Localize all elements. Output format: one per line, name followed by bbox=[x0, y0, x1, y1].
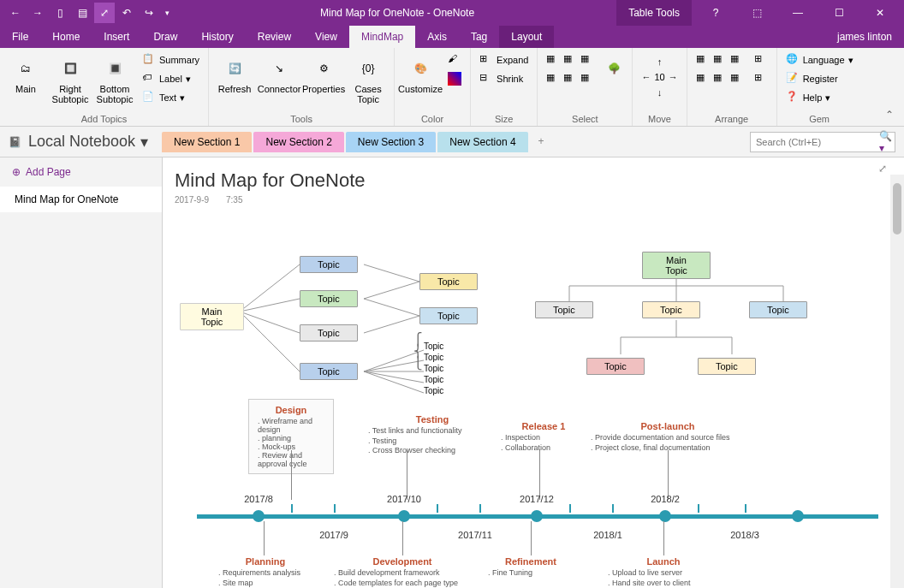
phase-planning: Planning Requirements analysisSite mapCo… bbox=[218, 556, 312, 588]
move-down-button[interactable]: ↓ bbox=[654, 86, 666, 99]
node-topic[interactable]: Topic bbox=[300, 256, 358, 273]
node-topic[interactable]: Topic bbox=[300, 324, 358, 342]
arrange-1[interactable]: ▦▦▦ bbox=[693, 51, 747, 68]
group-size: Size bbox=[476, 112, 532, 124]
page-icon[interactable]: ▤ bbox=[72, 3, 92, 23]
main-topic-button[interactable]: 🗂Main bbox=[5, 51, 46, 98]
node-topic[interactable]: Topic bbox=[535, 301, 593, 318]
close-button[interactable]: ✕ bbox=[863, 0, 897, 26]
node-topic[interactable]: Topic bbox=[419, 307, 478, 324]
search-box[interactable]: 🔍▾ bbox=[750, 132, 895, 152]
menu-view[interactable]: View bbox=[303, 26, 349, 48]
section-tabs: New Section 1 New Section 2 New Section … bbox=[162, 132, 553, 152]
page-title[interactable]: Mind Map for OneNote bbox=[163, 157, 904, 193]
arrange-2[interactable]: ▦▦▦ bbox=[693, 70, 747, 87]
menu-insert[interactable]: Insert bbox=[92, 26, 141, 48]
node-topic[interactable]: Topic bbox=[419, 273, 478, 290]
fit-icon[interactable]: ⤢ bbox=[94, 3, 115, 23]
scroll-thumb[interactable] bbox=[893, 183, 901, 235]
send-icon[interactable]: ↪ bbox=[139, 3, 159, 23]
cases-topic-button[interactable]: {0}Cases Topic bbox=[348, 51, 389, 108]
language-button[interactable]: 🌐Language ▾ bbox=[782, 51, 857, 68]
node-main-1[interactable]: Main Topic bbox=[180, 303, 244, 330]
section-tab-4[interactable]: New Section 4 bbox=[437, 132, 527, 152]
menu-home[interactable]: Home bbox=[40, 26, 92, 48]
back-icon[interactable]: ← bbox=[5, 3, 26, 23]
tl-month: 2017/10 bbox=[387, 494, 421, 504]
label-button[interactable]: 🏷Label ▾ bbox=[139, 70, 203, 87]
qat-dropdown-icon[interactable]: ▾ bbox=[161, 3, 173, 23]
group-gem: Gem bbox=[782, 112, 857, 124]
bracket-topics: TopicTopicTopicTopicTopic bbox=[424, 341, 443, 396]
search-input[interactable] bbox=[751, 137, 879, 147]
page-canvas[interactable]: ⤢ Mind Map for OneNote 2017-9-97:35 Main… bbox=[163, 157, 904, 588]
arrange-4[interactable]: ⊞ bbox=[751, 70, 771, 87]
text-button[interactable]: 📄Text ▾ bbox=[139, 89, 203, 106]
refresh-button[interactable]: 🔄Refresh bbox=[214, 51, 255, 98]
section-tab-1[interactable]: New Section 1 bbox=[162, 132, 252, 152]
node-topic[interactable]: Topic bbox=[749, 301, 807, 318]
register-button[interactable]: 📝Register bbox=[782, 70, 857, 87]
menu-layout[interactable]: Layout bbox=[499, 26, 554, 48]
user-label[interactable]: james linton bbox=[825, 31, 904, 43]
menu-axis[interactable]: Axis bbox=[415, 26, 459, 48]
tl-month: 2018/3 bbox=[730, 530, 759, 540]
expand-button[interactable]: ⊞Expand bbox=[476, 51, 532, 68]
section-tab-2[interactable]: New Section 2 bbox=[253, 132, 343, 152]
node-topic[interactable]: Topic bbox=[300, 363, 358, 380]
right-subtopic-button[interactable]: 🔲Right Subtopic bbox=[50, 51, 91, 108]
timeline-dot bbox=[659, 510, 671, 522]
undo-icon[interactable]: ↶ bbox=[116, 3, 137, 23]
minimize-button[interactable]: — bbox=[781, 0, 815, 26]
menu-file[interactable]: File bbox=[0, 26, 40, 48]
node-main-2[interactable]: Main Topic bbox=[642, 252, 711, 279]
window-title: Mind Map for OneNote - OneNote bbox=[178, 7, 616, 19]
customize-icon: 🎨 bbox=[407, 55, 434, 82]
select-grid-1[interactable]: ▦▦▦ bbox=[543, 51, 598, 68]
select-tree-button[interactable]: 🌳 bbox=[601, 51, 627, 86]
connector-button[interactable]: ↘Connector bbox=[259, 51, 300, 98]
node-topic[interactable]: Topic bbox=[300, 290, 358, 307]
help-button[interactable]: ? bbox=[699, 0, 733, 26]
bottom-subtopic-button[interactable]: 🔳Bottom Subtopic bbox=[94, 51, 135, 108]
color-picker-button[interactable] bbox=[444, 70, 465, 87]
shrink-button[interactable]: ⊟Shrink bbox=[476, 70, 532, 87]
maximize-button[interactable]: ☐ bbox=[822, 0, 856, 26]
menu-history[interactable]: History bbox=[189, 26, 245, 48]
menu-draw[interactable]: Draw bbox=[141, 26, 189, 48]
menu-tag[interactable]: Tag bbox=[459, 26, 499, 48]
menu-review[interactable]: Review bbox=[246, 26, 303, 48]
notebook-dropdown[interactable]: Local Notebook ▾ bbox=[28, 133, 148, 151]
vertical-scrollbar[interactable] bbox=[890, 175, 904, 588]
brush-button[interactable]: 🖌 bbox=[444, 51, 465, 68]
phase-refinement: Refinement Fine Tuning bbox=[488, 556, 574, 579]
node-topic[interactable]: Topic bbox=[698, 358, 756, 375]
summary-button[interactable]: 📋Summary bbox=[139, 51, 203, 68]
section-tab-3[interactable]: New Section 3 bbox=[346, 132, 436, 152]
properties-button[interactable]: ⚙Properties bbox=[303, 51, 344, 98]
move-left-button[interactable]: ← bbox=[641, 72, 651, 82]
move-right-button[interactable]: → bbox=[669, 72, 678, 82]
select-grid-2[interactable]: ▦▦▦ bbox=[543, 70, 598, 87]
forward-icon[interactable]: → bbox=[27, 3, 48, 23]
collapse-ribbon-icon[interactable]: ⌃ bbox=[885, 109, 899, 122]
page-item-1[interactable]: Mind Map for OneNote bbox=[0, 187, 162, 212]
page-sidebar: ⊕Add Page Mind Map for OneNote bbox=[0, 157, 163, 588]
dock-icon[interactable]: ▯ bbox=[50, 3, 70, 23]
help-button-ribbon[interactable]: ❓Help ▾ bbox=[782, 89, 857, 106]
node-topic[interactable]: Topic bbox=[642, 301, 700, 318]
search-icon[interactable]: 🔍▾ bbox=[879, 130, 895, 154]
phase-development: Development Build development frameworkC… bbox=[334, 556, 471, 588]
move-up-button[interactable]: ↑ bbox=[654, 55, 666, 68]
timeline-dot bbox=[253, 510, 265, 522]
add-page-button[interactable]: ⊕Add Page bbox=[0, 157, 162, 187]
ribbon-toggle-icon[interactable]: ⬚ bbox=[740, 0, 774, 26]
customize-button[interactable]: 🎨Customize bbox=[400, 51, 441, 98]
tl-month: 2018/2 bbox=[651, 494, 680, 504]
move-value[interactable]: 10 bbox=[654, 72, 664, 82]
menu-mindmap[interactable]: MindMap bbox=[349, 26, 415, 48]
arrange-3[interactable]: ⊞ bbox=[751, 51, 771, 68]
fullscreen-icon[interactable]: ⤢ bbox=[878, 163, 887, 175]
node-topic[interactable]: Topic bbox=[586, 358, 645, 375]
add-section-button[interactable]: + bbox=[530, 132, 553, 152]
